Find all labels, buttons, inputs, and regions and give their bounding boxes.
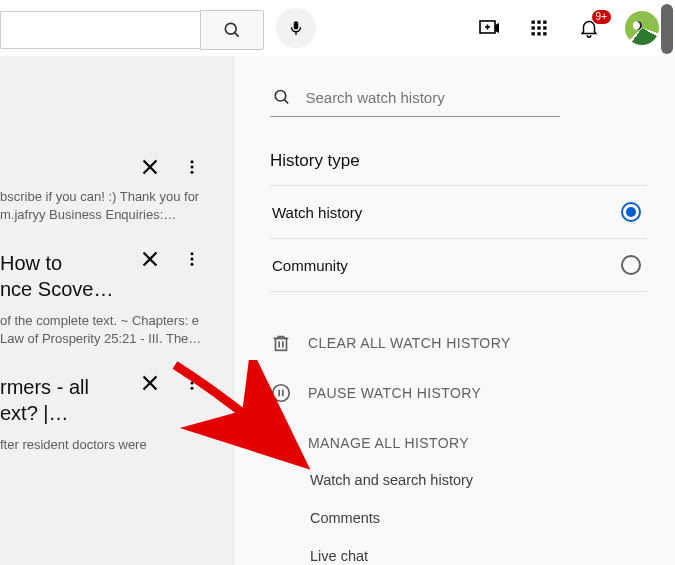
svg-line-31 [284,100,288,104]
notifications-button[interactable]: 9+ [575,14,603,42]
item-menu-button[interactable] [183,374,201,392]
history-type-label: Watch history [272,204,362,221]
history-type-label: Community [272,257,348,274]
global-search [0,10,264,50]
history-item: How to nce Scove… of the complete text. … [0,238,233,362]
svg-point-36 [273,385,290,402]
create-button[interactable] [475,14,503,42]
more-vert-icon [183,158,201,176]
remove-item-button[interactable] [139,248,161,270]
svg-rect-9 [532,26,535,29]
history-item: bscribe if you can! :) Thank you for m.j… [0,146,233,238]
search-input[interactable] [0,11,200,49]
svg-point-39 [278,440,284,446]
search-icon [272,86,291,108]
remove-item-button[interactable] [139,156,161,178]
svg-point-22 [191,252,194,255]
item-title: rmers - all ext? |… [0,374,89,426]
history-type-community[interactable]: Community [270,239,647,292]
item-description: of the complete text. ~ Chapters: e Law … [0,312,219,348]
close-icon [139,372,161,394]
apps-button[interactable] [525,14,553,42]
action-label: PAUSE WATCH HISTORY [308,385,481,401]
item-description: bscribe if you can! :) Thank you for m.j… [0,188,219,224]
pause-icon [270,382,292,404]
svg-rect-10 [537,26,540,29]
avatar[interactable] [625,11,659,45]
manage-sublinks: Watch and search history Comments Live c… [270,472,647,564]
topbar-right: 9+ [475,11,659,45]
svg-point-30 [275,91,286,102]
link-comments[interactable]: Comments [310,510,647,526]
mic-icon [287,19,305,37]
item-menu-button[interactable] [183,158,201,176]
history-search-input[interactable] [305,89,560,106]
history-type-list: Watch history Community [270,185,647,292]
history-type-heading: History type [270,151,647,171]
pause-history-button[interactable]: PAUSE WATCH HISTORY [270,368,647,418]
history-controls-panel: History type Watch history Community CLE… [233,56,675,565]
svg-point-23 [191,258,194,261]
radio-unselected-icon [621,255,641,275]
topbar: 9+ [0,0,675,56]
apps-icon [529,18,549,38]
svg-rect-6 [532,20,535,23]
link-watch-search-history[interactable]: Watch and search history [310,472,647,488]
item-description: fter resident doctors were [0,436,219,454]
svg-rect-8 [543,20,546,23]
search-button[interactable] [200,10,264,50]
item-title: How to nce Scove… [0,250,113,302]
clear-history-button[interactable]: CLEAR ALL WATCH HISTORY [270,318,647,368]
svg-point-17 [191,160,194,163]
svg-rect-13 [537,32,540,35]
manage-history-button[interactable]: MANAGE ALL HISTORY [270,418,647,468]
radio-selected-icon [621,202,641,222]
action-label: CLEAR ALL WATCH HISTORY [308,335,511,351]
page-scrollbar[interactable] [661,4,673,54]
svg-rect-11 [543,26,546,29]
svg-point-19 [191,171,194,174]
svg-rect-32 [276,338,287,350]
svg-point-0 [225,23,236,34]
remove-item-button[interactable] [139,372,161,394]
svg-point-24 [191,263,194,266]
link-live-chat[interactable]: Live chat [310,548,647,564]
gear-icon [270,432,292,454]
history-actions: CLEAR ALL WATCH HISTORY PAUSE WATCH HIST… [270,318,647,564]
svg-rect-2 [295,32,297,34]
notification-badge: 9+ [592,10,611,24]
history-search[interactable] [270,84,560,117]
svg-rect-12 [532,32,535,35]
svg-rect-14 [543,32,546,35]
search-icon [222,20,242,40]
voice-search-button[interactable] [276,8,316,48]
close-icon [139,248,161,270]
trash-icon [270,332,292,354]
svg-line-1 [235,32,239,36]
history-item: rmers - all ext? |… fter resident doctor… [0,362,233,468]
create-icon [477,16,501,40]
history-type-watch[interactable]: Watch history [270,186,647,239]
item-menu-button[interactable] [183,250,201,268]
svg-rect-7 [537,20,540,23]
svg-point-28 [191,382,194,385]
close-icon [139,156,161,178]
more-vert-icon [183,250,201,268]
action-label: MANAGE ALL HISTORY [308,435,469,451]
svg-point-18 [191,166,194,169]
svg-point-27 [191,376,194,379]
content: bscribe if you can! :) Thank you for m.j… [0,56,675,565]
history-list: bscribe if you can! :) Thank you for m.j… [0,56,233,565]
svg-point-29 [191,387,194,390]
more-vert-icon [183,374,201,392]
